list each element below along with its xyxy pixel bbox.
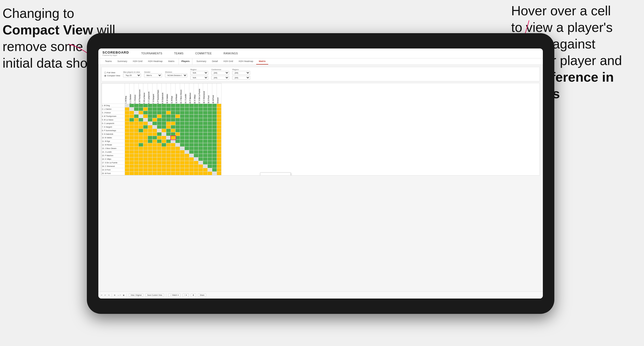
- matrix-cell[interactable]: [143, 172, 148, 175]
- matrix-cell[interactable]: [153, 161, 157, 165]
- matrix-cell[interactable]: [143, 147, 148, 150]
- nav-teams[interactable]: TEAMS: [172, 51, 185, 56]
- matrix-cell[interactable]: [166, 168, 171, 172]
- matrix-cell[interactable]: [212, 154, 217, 157]
- matrix-cell[interactable]: [157, 140, 162, 143]
- matrix-cell[interactable]: [198, 154, 203, 157]
- matrix-cell[interactable]: [139, 136, 143, 140]
- matrix-cell[interactable]: [130, 143, 134, 147]
- matrix-cell[interactable]: [208, 136, 212, 140]
- matrix-cell[interactable]: [171, 161, 175, 165]
- tab-players-h2h-grid[interactable]: H2H Grid: [221, 58, 236, 65]
- nav-tournaments[interactable]: TOURNAMENTS: [139, 51, 165, 56]
- matrix-cell[interactable]: [143, 122, 148, 125]
- matrix-cell[interactable]: [139, 129, 143, 132]
- matrix-cell[interactable]: [185, 118, 189, 122]
- tab-players-h2h-heatmap[interactable]: H2H Heatmap: [236, 58, 256, 65]
- matrix-cell[interactable]: [130, 165, 134, 168]
- matrix-cell[interactable]: [130, 154, 134, 157]
- matrix-cell[interactable]: [148, 104, 153, 107]
- matrix-cell[interactable]: [162, 165, 166, 168]
- tab-players-summary[interactable]: Summary: [194, 58, 209, 65]
- matrix-cell[interactable]: [125, 107, 130, 111]
- matrix-cell[interactable]: [153, 140, 157, 143]
- matrix-cell[interactable]: [139, 104, 143, 107]
- matrix-cell[interactable]: [162, 172, 166, 175]
- matrix-cell[interactable]: [185, 168, 189, 172]
- matrix-cell-extra[interactable]: [217, 136, 221, 140]
- compact-view-option[interactable]: Compact View: [104, 75, 120, 77]
- matrix-cell[interactable]: [203, 132, 208, 136]
- matrix-cell[interactable]: [148, 154, 153, 157]
- matrix-cell[interactable]: [166, 118, 171, 122]
- tab-h2h-heatmap[interactable]: H2H Heatmap: [146, 58, 165, 65]
- matrix-cell[interactable]: [189, 140, 194, 143]
- matrix-cell[interactable]: [148, 165, 153, 168]
- matrix-cell[interactable]: [139, 140, 143, 143]
- matrix-cell[interactable]: [175, 143, 180, 147]
- matrix-cell[interactable]: [162, 157, 166, 161]
- matrix-cell[interactable]: [175, 154, 180, 157]
- toolbar-undo[interactable]: ↩: [101, 294, 102, 296]
- matrix-cell[interactable]: [189, 104, 194, 107]
- matrix-cell[interactable]: [157, 122, 162, 125]
- matrix-cell[interactable]: [185, 136, 189, 140]
- matrix-cell[interactable]: [153, 115, 157, 118]
- matrix-cell[interactable]: [175, 136, 180, 140]
- matrix-cell[interactable]: [198, 104, 203, 107]
- matrix-cell[interactable]: [189, 136, 194, 140]
- matrix-cell[interactable]: [139, 107, 143, 111]
- matrix-cell[interactable]: [208, 125, 212, 129]
- matrix-cell[interactable]: [153, 111, 157, 115]
- matrix-cell[interactable]: [185, 165, 189, 168]
- matrix-cell[interactable]: [208, 147, 212, 150]
- matrix-cell[interactable]: [143, 125, 148, 129]
- matrix-cell[interactable]: [157, 111, 162, 115]
- matrix-cell[interactable]: [185, 107, 189, 111]
- matrix-cell[interactable]: [134, 118, 139, 122]
- matrix-cell[interactable]: [185, 111, 189, 115]
- matrix-cell[interactable]: [171, 168, 175, 172]
- matrix-cell[interactable]: [153, 118, 157, 122]
- matrix-cell[interactable]: [194, 129, 198, 132]
- matrix-cell[interactable]: [180, 125, 185, 129]
- matrix-cell-extra[interactable]: [217, 129, 221, 132]
- matrix-cell[interactable]: [139, 150, 143, 154]
- matrix-cell[interactable]: [203, 161, 208, 165]
- matrix-cell[interactable]: [162, 118, 166, 122]
- matrix-cell[interactable]: [175, 115, 180, 118]
- matrix-cell[interactable]: [194, 118, 198, 122]
- matrix-cell-extra[interactable]: [217, 172, 221, 175]
- matrix-cell[interactable]: [171, 165, 175, 168]
- matrix-cell[interactable]: [134, 136, 139, 140]
- matrix-cell[interactable]: [139, 115, 143, 118]
- matrix-cell[interactable]: [189, 165, 194, 168]
- full-view-radio[interactable]: [104, 72, 106, 74]
- compact-view-radio[interactable]: [104, 75, 106, 77]
- matrix-cell[interactable]: [185, 132, 189, 136]
- matrix-cell[interactable]: [208, 172, 212, 175]
- matrix-cell[interactable]: [212, 107, 217, 111]
- matrix-cell[interactable]: [139, 157, 143, 161]
- matrix-cell[interactable]: [175, 118, 180, 122]
- matrix-cell[interactable]: [208, 140, 212, 143]
- tab-summary[interactable]: Summary: [115, 58, 130, 65]
- matrix-cell[interactable]: [203, 147, 208, 150]
- matrix-cell[interactable]: [212, 157, 217, 161]
- matrix-cell[interactable]: [125, 157, 130, 161]
- matrix-cell[interactable]: [166, 136, 171, 140]
- matrix-cell[interactable]: [180, 111, 185, 115]
- matrix-cell[interactable]: [212, 136, 217, 140]
- matrix-cell[interactable]: [203, 129, 208, 132]
- matrix-cell[interactable]: [148, 111, 153, 115]
- matrix-cell[interactable]: [148, 122, 153, 125]
- matrix-cell[interactable]: [180, 154, 185, 157]
- matrix-cell[interactable]: [125, 118, 130, 122]
- matrix-cell[interactable]: [153, 143, 157, 147]
- matrix-cell[interactable]: [212, 150, 217, 154]
- division-select[interactable]: NCAA Division I: [165, 73, 187, 77]
- matrix-cell[interactable]: [208, 150, 212, 154]
- matrix-cell[interactable]: [180, 122, 185, 125]
- region-select-2[interactable]: N/A: [190, 76, 208, 80]
- matrix-cell[interactable]: [139, 165, 143, 168]
